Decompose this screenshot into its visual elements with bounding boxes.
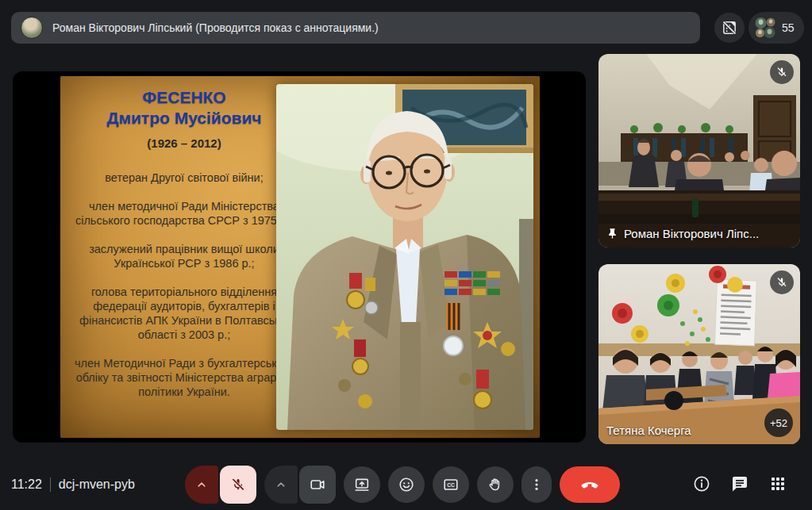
end-call-button[interactable] [560,466,620,503]
videocam-icon [309,476,326,493]
raise-hand-button[interactable] [477,466,514,503]
participants-count: 55 [782,21,795,34]
presenter-banner-text: Роман Вікторович Ліпський (Проводится по… [52,21,379,34]
pin-icon [606,228,618,240]
chat-icon [730,474,749,493]
presentation-slide: ФЕСЕНКО Дмитро Мусійович (1926 – 2012) в… [60,76,540,438]
more-options-icon [529,477,545,493]
participants-avatars [753,16,777,40]
captions-button[interactable]: CC [433,466,469,503]
slide-paragraph: заслужений працівник вищої школи Українс… [68,242,300,270]
emoji-icon [398,476,415,493]
mic-off-icon [230,477,246,493]
captions-icon: CC [442,476,460,493]
clock: 11:22 [11,477,42,492]
raise-hand-icon [487,476,504,493]
info-icon [692,474,711,493]
slide-title-line2: Дмитро Мусійович [68,108,300,128]
mic-options-button[interactable] [185,466,218,504]
slide-text-column: ФЕСЕНКО Дмитро Мусійович (1926 – 2012) в… [68,87,300,413]
tile-name-text: Тетяна Кочерга [606,424,691,437]
mic-control [185,466,256,504]
classroom-video-1 [598,54,800,247]
svg-text:CC: CC [447,482,455,488]
apps-grid-icon [768,474,787,493]
slide-years: (1926 – 2012) [68,136,300,150]
chat-button[interactable] [725,470,754,498]
tile-name-label: Тетяна Кочерга [606,424,691,437]
slide-paragraph: член Методичної Ради з бухгалтерського о… [68,356,300,399]
mic-off-icon [775,276,788,289]
camera-options-button[interactable] [264,466,298,504]
annotations-off-button[interactable] [714,13,745,43]
chevron-up-icon [194,477,209,492]
meeting-code: dcj-mven-pyb [59,477,135,492]
tile-name-text: Роман Вікторович Ліпс... [624,227,759,240]
slide-paragraph: голова територіального відділення федера… [68,285,300,342]
video-tile-presenter[interactable]: Роман Вікторович Ліпс... [598,54,800,247]
present-screen-button[interactable] [344,466,380,503]
annotations-off-icon [721,19,738,36]
presenter-avatar [21,17,43,39]
slide-paragraph: ветеран Другої світової війни; [68,171,300,185]
mic-off-indicator [770,270,794,294]
mic-off-icon [775,66,788,79]
mic-off-indicator [770,60,794,84]
presenter-banner: Роман Вікторович Ліпський (Проводится по… [11,12,700,44]
meeting-panels [687,470,792,498]
slide-title-line1: ФЕСЕНКО [68,87,300,108]
camera-control [264,466,336,504]
video-tile-tetyana[interactable]: Тетяна Кочерга +52 [598,264,800,444]
meeting-details-button[interactable] [687,470,716,498]
reactions-button[interactable] [388,466,425,503]
participants-button[interactable]: 55 [749,12,804,44]
end-call-icon [580,475,599,494]
meeting-info: 11:22 dcj-mven-pyb [11,474,135,495]
slide-paragraph: член методичної Ради Міністерства сільсь… [68,199,300,228]
camera-toggle-button[interactable] [299,466,336,504]
call-controls: CC [185,466,620,504]
more-options-button[interactable] [521,466,552,503]
present-screen-icon [353,476,371,493]
activities-button[interactable] [764,470,792,498]
divider [50,477,51,492]
presentation-stage: ФЕСЕНКО Дмитро Мусійович (1926 – 2012) в… [13,71,586,443]
more-participants-badge[interactable]: +52 [764,408,793,437]
veteran-portrait-photo [276,84,533,430]
chevron-up-icon [274,477,288,492]
tile-name-label: Роман Вікторович Ліпс... [606,227,759,240]
mic-mute-button[interactable] [220,466,256,504]
